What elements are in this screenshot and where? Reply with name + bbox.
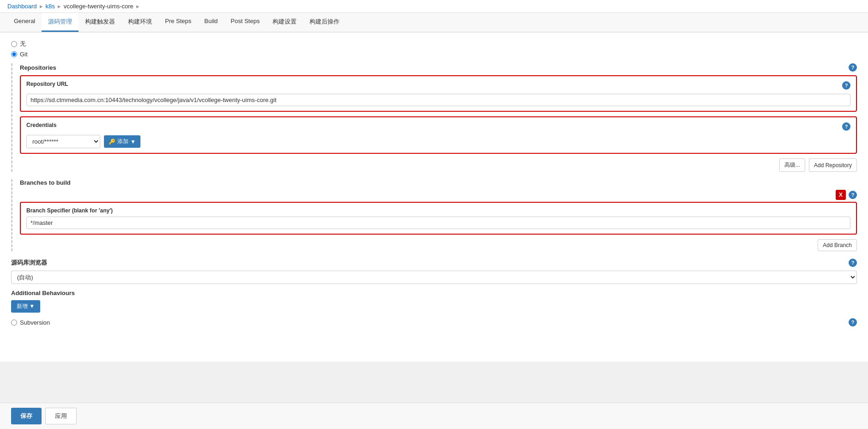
credentials-row: root/****** 🔑 添加 ▼ bbox=[26, 135, 850, 148]
scm-radio-group: 无 Git bbox=[11, 40, 857, 58]
key-icon: 🔑 bbox=[109, 139, 115, 145]
branches-title-row: Branches to build bbox=[20, 179, 857, 186]
radio-subversion[interactable] bbox=[11, 320, 17, 326]
breadcrumb-k8s[interactable]: k8s bbox=[46, 3, 55, 10]
breadcrumb-sep-3: ▸ bbox=[136, 3, 140, 10]
dropdown-arrow-icon: ▼ bbox=[130, 139, 136, 145]
breadcrumb-dashboard[interactable]: Dashboard bbox=[7, 3, 37, 10]
repositories-help-icon[interactable]: ? bbox=[849, 63, 857, 72]
additional-behaviours-title: Additional Behaviours bbox=[11, 290, 857, 296]
subversion-help-icon[interactable]: ? bbox=[849, 318, 857, 326]
source-browser-help-icon[interactable]: ? bbox=[849, 259, 857, 267]
branch-specifier-input[interactable] bbox=[26, 217, 850, 229]
radio-none-item: 无 bbox=[11, 40, 857, 48]
breadcrumb: Dashboard ▸ k8s ▸ vcollege-twenty-uims-c… bbox=[0, 0, 868, 13]
branches-section: Branches to build X ? Branch Specifier (… bbox=[11, 179, 857, 251]
tab-build-triggers[interactable]: 构建触发器 bbox=[79, 13, 121, 32]
branch-right-buttons: Add Branch bbox=[20, 239, 857, 251]
source-browser-title: 源码库浏览器 bbox=[11, 259, 47, 267]
radio-git-label: Git bbox=[20, 51, 28, 58]
add-credentials-button[interactable]: 🔑 添加 ▼ bbox=[104, 135, 140, 148]
repo-url-input[interactable] bbox=[26, 94, 850, 106]
branch-delete-row: X ? bbox=[20, 190, 857, 200]
credentials-label: Credentials bbox=[26, 122, 56, 128]
credentials-help-icon[interactable]: ? bbox=[842, 122, 850, 131]
add-branch-button[interactable]: Add Branch bbox=[818, 239, 857, 251]
radio-none[interactable] bbox=[11, 41, 17, 47]
branches-title: Branches to build bbox=[20, 179, 71, 186]
radio-subversion-item: Subversion ? bbox=[11, 318, 857, 326]
breadcrumb-sep-2: ▸ bbox=[58, 3, 61, 10]
tab-post-build[interactable]: 构建后操作 bbox=[303, 13, 346, 32]
add-repository-button[interactable]: Add Repository bbox=[809, 158, 857, 172]
repositories-title: Repositories bbox=[20, 64, 56, 71]
tab-build-settings[interactable]: 构建设置 bbox=[266, 13, 303, 32]
credentials-title-row: Credentials ? bbox=[26, 122, 850, 131]
credentials-select[interactable]: root/****** bbox=[26, 135, 100, 148]
breadcrumb-sep-1: ▸ bbox=[40, 3, 43, 10]
repo-url-help-icon[interactable]: ? bbox=[842, 81, 850, 90]
tab-bar: General 源码管理 构建触发器 构建环境 Pre Steps Build … bbox=[0, 13, 868, 32]
subversion-section: Subversion ? bbox=[11, 318, 857, 326]
radio-git-item: Git bbox=[11, 51, 857, 58]
tab-post-steps[interactable]: Post Steps bbox=[224, 13, 266, 32]
repo-url-box: Repository URL ? bbox=[20, 75, 857, 112]
tab-source-management[interactable]: 源码管理 bbox=[42, 13, 79, 32]
radio-git[interactable] bbox=[11, 51, 17, 57]
repo-url-label: Repository URL bbox=[26, 81, 68, 87]
add-btn-label: 添加 bbox=[117, 138, 128, 145]
delete-branch-button[interactable]: X bbox=[836, 190, 846, 200]
breadcrumb-current: vcollege-twenty-uims-core bbox=[64, 3, 134, 10]
tab-build-env[interactable]: 构建环境 bbox=[121, 13, 158, 32]
radio-none-label: 无 bbox=[20, 40, 26, 48]
tab-build[interactable]: Build bbox=[198, 13, 224, 32]
credentials-box: Credentials ? root/****** 🔑 添加 ▼ bbox=[20, 116, 857, 154]
tab-pre-steps[interactable]: Pre Steps bbox=[158, 13, 198, 32]
dropdown-icon: ▼ bbox=[29, 303, 35, 309]
add-new-label: 新增 bbox=[17, 303, 28, 309]
branch-help-icon[interactable]: ? bbox=[849, 191, 857, 199]
advanced-button[interactable]: 高级... bbox=[779, 158, 805, 172]
repositories-title-row: Repositories ? bbox=[20, 63, 857, 72]
repo-right-buttons: 高级... Add Repository bbox=[20, 158, 857, 172]
repo-url-title-row: Repository URL ? bbox=[26, 81, 850, 90]
branch-specifier-box: Branch Specifier (blank for 'any') bbox=[20, 202, 857, 235]
additional-behaviours-section: Additional Behaviours 新增 ▼ bbox=[11, 290, 857, 313]
radio-subversion-label: Subversion bbox=[20, 319, 50, 326]
source-browser-title-row: 源码库浏览器 ? bbox=[11, 259, 857, 267]
tab-general[interactable]: General bbox=[7, 13, 42, 32]
add-new-behaviour-button[interactable]: 新增 ▼ bbox=[11, 300, 40, 313]
repositories-section: Repositories ? Repository URL ? Credenti… bbox=[11, 63, 857, 172]
source-browser-section: 源码库浏览器 ? (自动) bbox=[11, 259, 857, 284]
branch-specifier-label: Branch Specifier (blank for 'any') bbox=[26, 207, 850, 214]
source-browser-select[interactable]: (自动) bbox=[11, 271, 857, 284]
